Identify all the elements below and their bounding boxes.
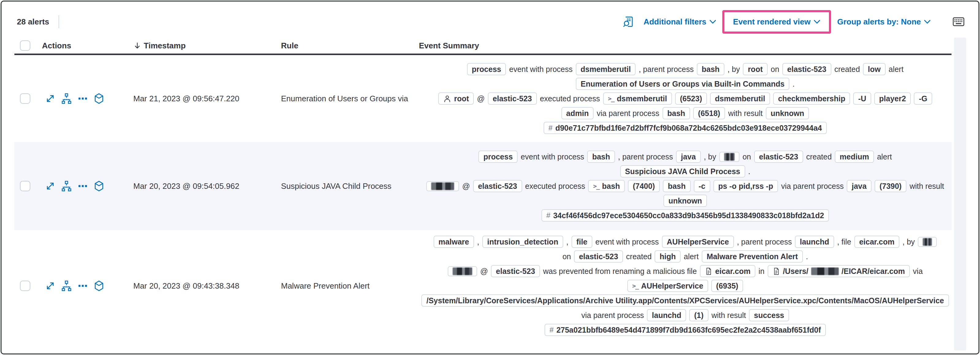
summary-badge[interactable]: elastic-523 bbox=[473, 180, 522, 192]
summary-badge[interactable]: #d90e71c77bfbd1f6e7d2bff7fcf9b068a72b4c6… bbox=[544, 122, 827, 134]
summary-badge[interactable]: eicar.com bbox=[700, 265, 756, 277]
summary-badge[interactable]: high bbox=[655, 250, 681, 263]
open-session-view-button[interactable] bbox=[94, 93, 105, 104]
summary-badge[interactable]: launchd bbox=[795, 236, 834, 248]
summary-badge[interactable]: root bbox=[438, 92, 474, 105]
summary-badge[interactable]: unknown bbox=[766, 107, 809, 119]
summary-badge[interactable]: process bbox=[467, 63, 506, 75]
summary-badge[interactable]: (7400) bbox=[628, 180, 660, 192]
select-alert-checkbox[interactable] bbox=[20, 181, 30, 191]
select-alert-checkbox[interactable] bbox=[20, 281, 30, 291]
summary-badge[interactable]: file bbox=[571, 236, 592, 248]
summary-badge[interactable]: success bbox=[749, 309, 789, 321]
summary-badge[interactable]: root bbox=[743, 63, 768, 75]
redacted-badge[interactable] bbox=[719, 152, 740, 162]
summary-badge[interactable]: -c bbox=[694, 180, 710, 192]
open-analyzer-button[interactable] bbox=[61, 181, 72, 192]
expand-alert-button[interactable] bbox=[45, 181, 56, 191]
summary-badge[interactable]: /System/Library/CoreServices/Application… bbox=[422, 295, 949, 307]
summary-badge[interactable]: process bbox=[478, 151, 517, 163]
redacted-badge[interactable] bbox=[448, 266, 477, 276]
summary-badge[interactable]: AUHelperService bbox=[662, 236, 734, 248]
summary-badge[interactable]: medium bbox=[835, 151, 874, 163]
summary-badge[interactable]: bash bbox=[697, 63, 724, 75]
table-header: Actions Timestamp Rule Event Summary bbox=[14, 38, 951, 55]
summary-badge[interactable]: (6935) bbox=[711, 280, 743, 292]
open-analyzer-button[interactable] bbox=[61, 93, 72, 104]
badge-label: d90e71c77bfbd1f6e7d2bff7fcf9b068a72b4c62… bbox=[555, 123, 822, 133]
summary-badge[interactable]: dsmemberutil bbox=[576, 63, 636, 75]
summary-badge[interactable]: checkmembership bbox=[773, 92, 850, 105]
more-actions-button[interactable] bbox=[78, 181, 88, 191]
summary-badge[interactable]: -U bbox=[853, 92, 871, 105]
summary-badge[interactable]: #34cf46f456dc97ece5304650cc0a833d9b3456b… bbox=[541, 209, 829, 222]
more-actions-button[interactable] bbox=[78, 94, 88, 104]
badge-label: AUHelperService bbox=[641, 281, 703, 291]
select-alert-checkbox[interactable] bbox=[20, 94, 30, 104]
scrollbar[interactable] bbox=[954, 38, 966, 350]
summary-badge[interactable]: elastic-523 bbox=[491, 265, 540, 277]
summary-text: . bbox=[748, 167, 751, 176]
summary-badge[interactable]: (6518) bbox=[693, 107, 725, 119]
summary-badge[interactable]: (1) bbox=[689, 309, 708, 321]
summary-badge[interactable]: bash bbox=[587, 151, 615, 163]
summary-line: Suspicious JAVA Child Process. bbox=[620, 164, 751, 179]
summary-badge[interactable]: bash bbox=[663, 180, 690, 192]
summary-badge[interactable]: unknown bbox=[663, 195, 707, 207]
alerts-panel: 28 alerts Additional filters Event rende… bbox=[1, 1, 979, 354]
expand-alert-button[interactable] bbox=[45, 94, 56, 104]
summary-badge[interactable]: java bbox=[676, 151, 701, 163]
summary-badge[interactable]: ps -o pid,rss -p bbox=[713, 180, 778, 192]
alerts-table-body: Mar 21, 2023 @ 09:56:47.220Enumeration o… bbox=[2, 55, 978, 342]
summary-badge[interactable]: -G bbox=[914, 92, 932, 105]
summary-badge[interactable]: >_dsmemberutil bbox=[603, 92, 672, 105]
redacted-badge[interactable] bbox=[918, 237, 937, 247]
badge-label: high bbox=[659, 252, 676, 261]
summary-badge[interactable]: intrusion_detection bbox=[482, 236, 563, 248]
open-session-view-button[interactable] bbox=[94, 181, 105, 192]
summary-badge[interactable]: admin bbox=[562, 107, 594, 119]
keyboard-shortcuts-icon[interactable] bbox=[953, 17, 964, 26]
summary-badge[interactable]: low bbox=[863, 63, 886, 75]
session-view-icon bbox=[94, 181, 105, 192]
summary-badge[interactable]: (6523) bbox=[675, 92, 707, 105]
additional-filters-button[interactable]: Additional filters bbox=[639, 17, 721, 27]
badge-label: /EICAR/eicar.com bbox=[842, 266, 905, 276]
group-alerts-label: Group alerts by: None bbox=[837, 17, 921, 27]
checkbox-cell bbox=[14, 181, 42, 191]
summary-badge[interactable]: elastic-523 bbox=[754, 151, 803, 163]
summary-badge[interactable]: Malware Prevention Alert bbox=[702, 250, 803, 263]
summary-badge[interactable]: dsmemberutil bbox=[710, 92, 770, 105]
open-session-view-button[interactable] bbox=[94, 281, 105, 292]
summary-badge[interactable]: /Users//EICAR/eicar.com bbox=[768, 265, 910, 277]
inspect-icon[interactable] bbox=[623, 16, 634, 27]
redacted-badge[interactable] bbox=[426, 181, 459, 191]
summary-badge[interactable]: >_AUHelperService bbox=[627, 280, 708, 292]
summary-text: , bbox=[566, 238, 568, 246]
summary-badge[interactable]: bash bbox=[662, 107, 690, 119]
open-analyzer-button[interactable] bbox=[61, 281, 72, 292]
summary-badge[interactable]: eicar.com bbox=[854, 236, 899, 248]
summary-badge[interactable]: (7390) bbox=[875, 180, 907, 192]
summary-badge[interactable]: malware bbox=[434, 236, 474, 248]
summary-badge[interactable]: elastic-523 bbox=[574, 250, 623, 263]
summary-badge[interactable]: java bbox=[847, 180, 872, 192]
summary-badge[interactable]: >_bash bbox=[588, 180, 625, 192]
view-selector-button[interactable]: Event rendered view bbox=[729, 17, 825, 27]
summary-badge[interactable]: elastic-523 bbox=[488, 92, 537, 105]
summary-badge[interactable]: player2 bbox=[874, 92, 911, 105]
group-alerts-button[interactable]: Group alerts by: None bbox=[833, 17, 935, 27]
summary-badge[interactable]: elastic-523 bbox=[782, 63, 831, 75]
summary-text: with result bbox=[910, 182, 944, 191]
timestamp-cell: Mar 21, 2023 @ 09:56:47.220 bbox=[128, 94, 278, 103]
column-header-timestamp[interactable]: Timestamp bbox=[128, 41, 278, 51]
select-all-checkbox[interactable] bbox=[20, 40, 30, 51]
expand-alert-button[interactable] bbox=[45, 281, 56, 291]
summary-badge[interactable]: Suspicious JAVA Child Process bbox=[620, 165, 745, 178]
hash-icon: # bbox=[549, 325, 554, 335]
column-header-actions: Actions bbox=[42, 41, 128, 51]
summary-badge[interactable]: #275a021bbfb6489e54d471899f7db9d1663fc69… bbox=[544, 324, 826, 336]
summary-badge[interactable]: Enumeration of Users or Groups via Built… bbox=[576, 78, 789, 90]
more-actions-button[interactable] bbox=[78, 281, 88, 291]
summary-badge[interactable]: launchd bbox=[647, 309, 686, 321]
